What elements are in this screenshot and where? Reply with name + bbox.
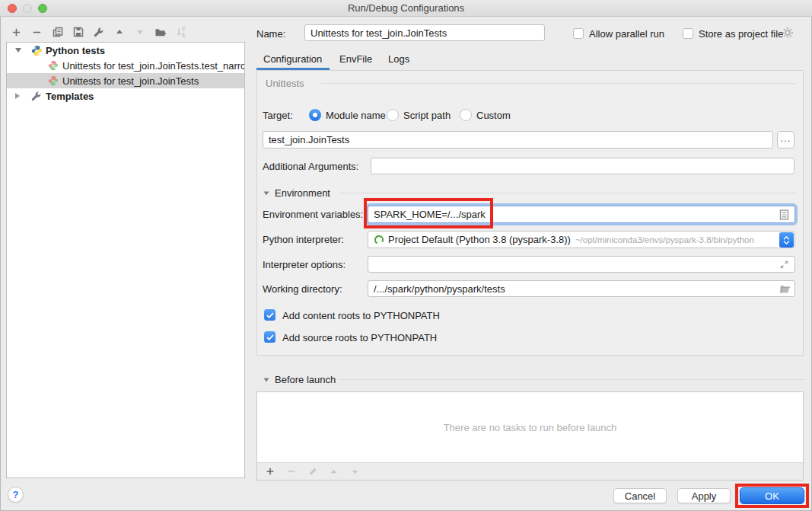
environment-separator	[340, 193, 795, 193]
tree-item-test-narrow[interactable]: Unittests for test_join.JoinTests.test_n…	[7, 58, 244, 73]
store-as-project-file-checkbox[interactable]	[683, 28, 693, 39]
target-module-name-radio[interactable]	[309, 109, 321, 121]
target-custom-radio[interactable]	[460, 109, 472, 121]
edit-templates-wrench-icon[interactable]	[93, 27, 104, 38]
module-name-input[interactable]: test_join.JoinTests	[263, 131, 773, 149]
store-as-project-file-label: Store as project file	[699, 28, 783, 40]
before-launch-separator	[340, 379, 804, 380]
title-bar: Run/Debug Configurations	[0, 0, 812, 17]
before-launch-empty-text: There are no tasks to run before launch	[444, 422, 617, 433]
before-launch-task-list[interactable]: There are no tasks to run before launch	[257, 392, 803, 462]
tree-item-label: Unittests for test_join.JoinTests.test_n…	[62, 60, 244, 72]
gear-icon[interactable]	[782, 27, 794, 39]
move-down-icon[interactable]	[134, 27, 145, 38]
add-content-roots-checkbox[interactable]	[264, 309, 275, 321]
name-label: Name:	[256, 28, 285, 40]
run-debug-configurations-dialog: { "window": { "title": "Run/Debug Config…	[0, 0, 812, 511]
tree-item-label: Python tests	[46, 45, 105, 56]
add-configuration-icon[interactable]	[11, 27, 22, 38]
task-move-up-icon[interactable]	[328, 466, 339, 477]
target-script-path-radio[interactable]	[387, 109, 399, 121]
browse-button-label: ...	[781, 133, 791, 144]
environment-collapse-icon[interactable]	[264, 191, 269, 195]
help-button-label: ?	[13, 489, 19, 500]
configurations-toolbar	[11, 25, 186, 39]
before-launch-label: Before launch	[275, 374, 336, 385]
sort-configurations-icon[interactable]	[175, 27, 186, 38]
before-launch-collapse-icon[interactable]	[264, 378, 269, 382]
before-launch-panel: There are no tasks to run before launch	[256, 391, 804, 481]
copy-configuration-icon[interactable]	[52, 27, 63, 38]
unittests-group-label: Unittests	[266, 78, 304, 89]
apply-button[interactable]: Apply	[677, 488, 731, 503]
cancel-button-label: Cancel	[625, 490, 655, 502]
python-interpreter-label: Python interpreter:	[263, 234, 344, 245]
save-configuration-icon[interactable]	[72, 27, 84, 38]
name-input-value: Unittests for test_join.JoinTests	[310, 27, 447, 39]
help-button[interactable]: ?	[8, 487, 24, 503]
before-launch-toolbar	[257, 462, 803, 480]
window-title: Run/Debug Configurations	[0, 2, 812, 14]
tree-item-jointests-selected[interactable]: Unittests for test_join.JoinTests	[7, 73, 244, 88]
add-task-icon[interactable]	[264, 466, 275, 477]
move-up-icon[interactable]	[113, 27, 125, 38]
allow-parallel-run-checkbox[interactable]	[573, 28, 584, 39]
target-label: Target:	[263, 110, 293, 121]
python-interpreter-path: ~/opt/miniconda3/envs/pyspark-3.8/bin/py…	[575, 235, 754, 244]
working-directory-input[interactable]: /.../spark/python/pyspark/tests	[368, 280, 795, 297]
folder-icon[interactable]	[779, 284, 790, 295]
cancel-button[interactable]: Cancel	[613, 488, 667, 503]
add-source-roots-checkbox[interactable]	[264, 331, 275, 343]
target-custom-label: Custom	[476, 110, 511, 121]
environment-section-label: Environment	[275, 187, 330, 199]
add-source-roots-label: Add source roots to PYTHONPATH	[282, 332, 437, 343]
python-interpreter-select[interactable]: Project Default (Python 3.8 (pyspark-3.8…	[368, 231, 795, 248]
tree-item-label: Templates	[46, 91, 94, 102]
expand-arrow-icon[interactable]	[15, 93, 20, 99]
list-document-icon[interactable]	[779, 209, 790, 220]
tree-item-templates[interactable]: Templates	[7, 88, 244, 104]
collapse-arrow-icon[interactable]	[15, 48, 21, 53]
interpreter-options-input[interactable]	[368, 256, 795, 273]
configurations-tree: Python tests Unittests for test_join.Joi…	[6, 42, 245, 478]
environment-variables-label: Environment variables:	[263, 209, 363, 220]
group-separator	[321, 83, 795, 84]
tab-envfile[interactable]: EnvFile	[339, 53, 372, 65]
python-test-icon	[48, 75, 59, 87]
environment-variables-highlight	[364, 198, 493, 228]
tree-item-label: Unittests for test_join.JoinTests	[62, 75, 199, 87]
interpreter-options-label: Interpreter options:	[263, 259, 345, 270]
tab-configuration[interactable]: Configuration	[263, 53, 322, 65]
dropdown-stepper-icon[interactable]	[779, 232, 794, 248]
tree-item-python-tests[interactable]: Python tests	[7, 43, 244, 58]
tab-logs[interactable]: Logs	[388, 53, 409, 65]
remove-task-icon[interactable]	[285, 466, 297, 477]
working-directory-value: /.../spark/python/pyspark/tests	[374, 283, 505, 295]
new-folder-icon[interactable]	[154, 27, 166, 38]
edit-pencil-icon[interactable]	[307, 466, 318, 477]
apply-button-label: Apply	[692, 490, 717, 502]
wrench-icon	[31, 91, 43, 102]
working-directory-label: Working directory:	[263, 283, 342, 295]
remove-configuration-icon[interactable]	[31, 27, 43, 38]
additional-arguments-input[interactable]	[371, 158, 794, 174]
python-test-icon	[48, 60, 59, 72]
conda-ring-icon	[374, 235, 384, 245]
ok-button-highlight	[735, 484, 809, 508]
python-interpreter-value: Project Default (Python 3.8 (pyspark-3.8…	[388, 234, 571, 245]
add-content-roots-label: Add content roots to PYTHONPATH	[282, 310, 440, 321]
name-input[interactable]: Unittests for test_join.JoinTests	[304, 24, 545, 41]
target-module-name-label: Module name	[326, 110, 386, 121]
browse-button[interactable]: ...	[777, 131, 794, 149]
expand-icon[interactable]	[779, 260, 790, 270]
task-move-down-icon[interactable]	[349, 466, 361, 477]
python-icon	[31, 45, 43, 56]
module-name-value: test_join.JoinTests	[269, 134, 349, 145]
additional-arguments-label: Additional Arguments:	[263, 161, 358, 172]
target-script-path-label: Script path	[403, 110, 451, 121]
allow-parallel-run-label: Allow parallel run	[589, 28, 664, 40]
